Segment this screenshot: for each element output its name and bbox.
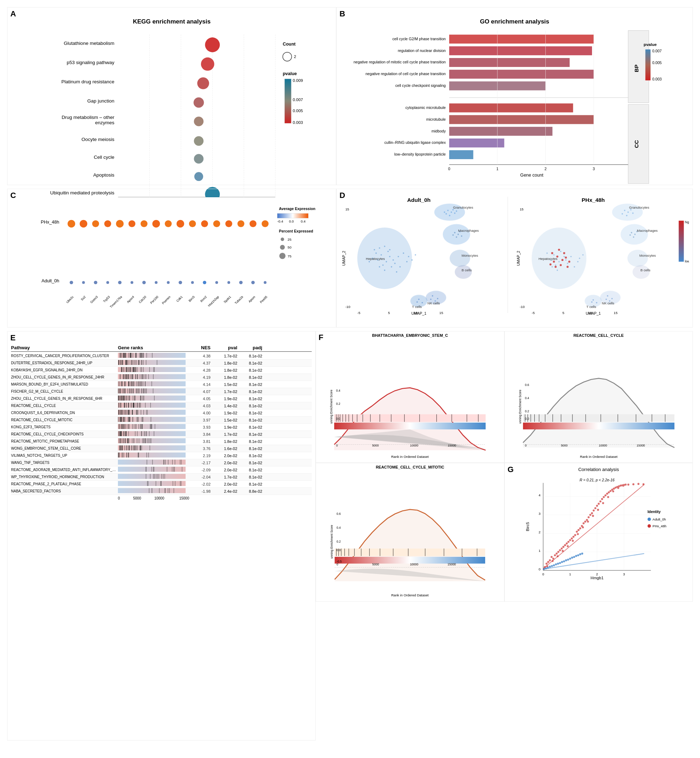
svg-point-979	[584, 521, 586, 522]
svg-point-259	[633, 236, 634, 238]
panel-a-title: KEGG enrichment analysis	[11, 18, 332, 25]
svg-rect-408	[124, 374, 124, 379]
svg-rect-697	[122, 431, 122, 436]
svg-point-1051	[647, 524, 650, 528]
svg-rect-518	[141, 396, 141, 401]
padj-value: 8.1e-02	[237, 375, 262, 379]
svg-point-184	[444, 212, 445, 213]
svg-rect-339	[146, 360, 147, 365]
svg-point-976	[579, 527, 581, 529]
svg-rect-726	[132, 438, 133, 443]
svg-rect-789	[172, 460, 173, 465]
svg-point-990	[603, 496, 605, 498]
svg-rect-612	[128, 417, 128, 422]
svg-rect-704	[146, 438, 146, 443]
svg-text:Cdc20: Cdc20	[138, 295, 147, 304]
svg-rect-838	[165, 488, 166, 493]
panel-f-top: BHATTACHARYA_EMBRYONIC_STEM_C	[316, 331, 693, 463]
svg-point-196	[418, 299, 420, 300]
svg-rect-468	[118, 388, 186, 393]
svg-point-251	[624, 210, 625, 211]
svg-point-91	[189, 220, 196, 227]
svg-rect-35	[284, 79, 291, 123]
padj-value: 8.1e-02	[237, 432, 262, 437]
svg-rect-710	[151, 438, 152, 443]
svg-rect-415	[138, 374, 138, 379]
svg-rect-727	[121, 438, 121, 443]
svg-rect-404	[131, 374, 132, 379]
svg-point-166	[396, 271, 397, 273]
svg-point-229	[566, 259, 567, 260]
svg-rect-640	[141, 424, 141, 429]
svg-rect-821	[118, 481, 186, 486]
svg-rect-729	[129, 438, 129, 443]
svg-text:0.007: 0.007	[652, 49, 662, 53]
svg-point-262	[607, 295, 608, 296]
svg-point-160	[384, 270, 386, 271]
svg-text:Macrophages: Macrophages	[637, 229, 658, 232]
svg-rect-835	[164, 488, 165, 493]
svg-text:Granulocytes: Granulocytes	[453, 206, 473, 209]
svg-point-179	[451, 212, 452, 213]
svg-rect-836	[168, 488, 168, 493]
svg-rect-660	[122, 424, 123, 429]
svg-point-84	[105, 220, 111, 227]
svg-rect-708	[145, 438, 145, 443]
svg-point-168	[399, 266, 401, 267]
svg-rect-668	[122, 424, 122, 429]
svg-point-198	[416, 301, 418, 303]
svg-point-176	[411, 259, 413, 260]
svg-point-1018	[617, 487, 619, 489]
svg-point-97	[261, 220, 268, 227]
svg-rect-445	[143, 381, 143, 386]
svg-rect-558	[133, 403, 134, 408]
svg-rect-379	[127, 367, 128, 372]
svg-rect-488	[138, 388, 138, 393]
svg-rect-834	[159, 488, 159, 493]
padj-value: 8.1e-02	[237, 390, 262, 394]
svg-rect-340	[126, 360, 127, 365]
svg-rect-528	[127, 396, 127, 401]
svg-rect-477	[123, 388, 123, 393]
svg-rect-787	[180, 460, 180, 465]
panel-c-label: C	[10, 191, 16, 200]
svg-point-105	[155, 281, 158, 284]
svg-point-106	[167, 281, 170, 284]
svg-text:CC: CC	[633, 140, 639, 148]
svg-rect-645	[151, 424, 151, 429]
svg-rect-482	[138, 388, 139, 393]
svg-point-228	[560, 251, 561, 252]
panel-d: D Adult_0h	[336, 189, 693, 328]
svg-point-992	[606, 493, 608, 495]
svg-rect-491	[120, 388, 120, 393]
svg-text:0.007: 0.007	[293, 98, 303, 102]
svg-point-234	[570, 256, 572, 257]
svg-text:10000: 10000	[410, 563, 419, 566]
svg-rect-826	[160, 481, 161, 486]
svg-point-89	[165, 220, 172, 227]
svg-rect-478	[145, 388, 146, 393]
svg-text:low–density lipoprotein partic: low–density lipoprotein particle	[394, 152, 446, 156]
svg-text:-5: -5	[531, 311, 535, 315]
svg-rect-406	[148, 374, 149, 379]
svg-rect-436	[118, 381, 119, 386]
svg-point-968	[566, 543, 568, 545]
svg-text:negative regulation of cell cy: negative regulation of cell cycle phase …	[366, 72, 446, 76]
rank-bar	[118, 424, 189, 430]
svg-text:Tuba1b: Tuba1b	[234, 295, 244, 305]
gsea-table-row: NABA_SECRETED_FACTORS -1.98 2.4e-02 8.8e…	[11, 488, 312, 495]
svg-rect-800	[167, 467, 167, 472]
pathway-name: CROONQUIST_IL6_DEPRIVATION_DN	[11, 411, 118, 415]
svg-rect-484	[141, 388, 142, 393]
svg-rect-69	[449, 150, 473, 159]
svg-rect-385	[136, 367, 136, 372]
pathway-name: NABA_SECRETED_FACTORS	[11, 489, 118, 493]
svg-text:3: 3	[593, 167, 595, 171]
pathway-name: REACTOME_PHASE_2_PLATEAU_PHASE	[11, 482, 118, 486]
svg-point-995	[611, 488, 613, 491]
svg-point-138	[281, 237, 284, 241]
nes-value: 4.03	[189, 404, 211, 408]
svg-rect-469	[144, 388, 144, 393]
svg-text:10: 10	[414, 311, 417, 315]
svg-point-973	[574, 534, 576, 536]
